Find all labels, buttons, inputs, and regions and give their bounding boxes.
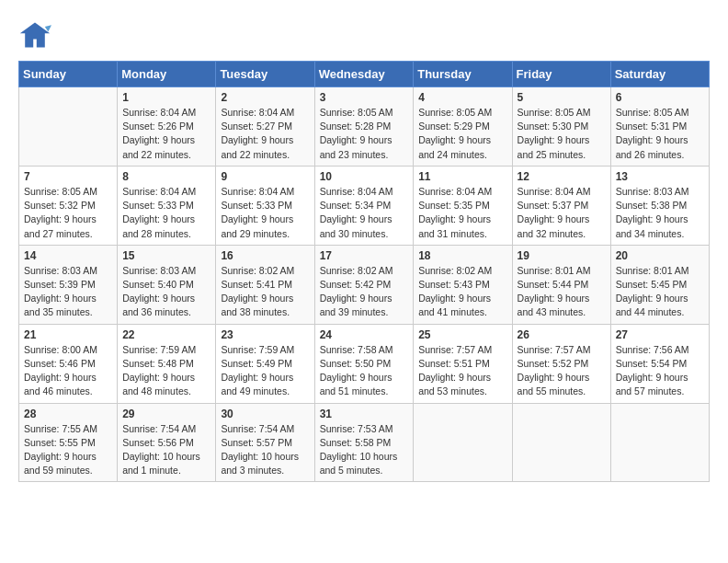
calendar-cell: 12Sunrise: 8:04 AM Sunset: 5:37 PM Dayli… <box>512 166 610 245</box>
calendar-week-1: 1Sunrise: 8:04 AM Sunset: 5:26 PM Daylig… <box>19 87 710 167</box>
day-content: Sunrise: 8:04 AM Sunset: 5:34 PM Dayligh… <box>320 185 409 241</box>
col-header-thursday: Thursday <box>414 62 512 87</box>
calendar-cell: 30Sunrise: 7:54 AM Sunset: 5:57 PM Dayli… <box>216 403 314 482</box>
day-content: Sunrise: 8:03 AM Sunset: 5:39 PM Dayligh… <box>24 264 112 320</box>
col-header-saturday: Saturday <box>610 62 709 87</box>
day-content: Sunrise: 7:54 AM Sunset: 5:57 PM Dayligh… <box>221 422 309 478</box>
day-content: Sunrise: 8:02 AM Sunset: 5:41 PM Dayligh… <box>221 264 309 320</box>
day-content: Sunrise: 7:59 AM Sunset: 5:48 PM Dayligh… <box>122 343 210 399</box>
day-content: Sunrise: 7:57 AM Sunset: 5:52 PM Dayligh… <box>518 343 606 399</box>
calendar-week-3: 14Sunrise: 8:03 AM Sunset: 5:39 PM Dayli… <box>19 245 710 324</box>
col-header-friday: Friday <box>512 62 610 87</box>
calendar-week-4: 21Sunrise: 8:00 AM Sunset: 5:46 PM Dayli… <box>19 324 710 403</box>
day-content: Sunrise: 8:04 AM Sunset: 5:33 PM Dayligh… <box>122 185 210 241</box>
col-header-monday: Monday <box>118 62 216 87</box>
calendar-cell: 16Sunrise: 8:02 AM Sunset: 5:41 PM Dayli… <box>216 245 314 324</box>
calendar-cell: 8Sunrise: 8:04 AM Sunset: 5:33 PM Daylig… <box>118 166 216 245</box>
day-content: Sunrise: 7:54 AM Sunset: 5:56 PM Dayligh… <box>122 422 210 478</box>
calendar-cell <box>610 403 709 482</box>
calendar-cell: 5Sunrise: 8:05 AM Sunset: 5:30 PM Daylig… <box>512 87 610 167</box>
day-content: Sunrise: 8:05 AM Sunset: 5:30 PM Dayligh… <box>518 106 606 162</box>
logo <box>18 18 55 52</box>
calendar-cell: 28Sunrise: 7:55 AM Sunset: 5:55 PM Dayli… <box>19 403 118 482</box>
calendar-cell: 3Sunrise: 8:05 AM Sunset: 5:28 PM Daylig… <box>314 87 414 167</box>
day-number: 7 <box>24 170 112 183</box>
calendar-cell: 4Sunrise: 8:05 AM Sunset: 5:29 PM Daylig… <box>414 87 512 167</box>
day-content: Sunrise: 8:04 AM Sunset: 5:26 PM Dayligh… <box>122 106 210 162</box>
calendar-cell: 24Sunrise: 7:58 AM Sunset: 5:50 PM Dayli… <box>314 324 414 403</box>
day-number: 31 <box>320 408 409 420</box>
day-number: 25 <box>418 328 506 341</box>
day-content: Sunrise: 7:56 AM Sunset: 5:54 PM Dayligh… <box>616 343 704 399</box>
day-number: 19 <box>518 249 606 262</box>
calendar-cell: 31Sunrise: 7:53 AM Sunset: 5:58 PM Dayli… <box>314 403 414 482</box>
day-content: Sunrise: 8:04 AM Sunset: 5:35 PM Dayligh… <box>418 185 506 241</box>
day-number: 4 <box>418 91 506 104</box>
calendar-cell <box>414 403 512 482</box>
calendar-cell: 2Sunrise: 8:04 AM Sunset: 5:27 PM Daylig… <box>216 87 314 167</box>
calendar-cell: 1Sunrise: 8:04 AM Sunset: 5:26 PM Daylig… <box>118 87 216 167</box>
day-number: 2 <box>221 91 309 104</box>
day-number: 9 <box>221 170 309 183</box>
day-number: 1 <box>122 91 210 104</box>
day-number: 28 <box>24 408 112 420</box>
calendar-cell <box>512 403 610 482</box>
day-number: 5 <box>518 91 606 104</box>
day-number: 12 <box>518 170 606 183</box>
day-number: 30 <box>221 408 309 420</box>
day-number: 27 <box>616 328 704 341</box>
day-number: 8 <box>122 170 210 183</box>
day-number: 16 <box>221 249 309 262</box>
calendar-week-2: 7Sunrise: 8:05 AM Sunset: 5:32 PM Daylig… <box>19 166 710 245</box>
calendar-cell <box>19 87 118 167</box>
day-content: Sunrise: 8:05 AM Sunset: 5:31 PM Dayligh… <box>616 106 704 162</box>
day-content: Sunrise: 7:57 AM Sunset: 5:51 PM Dayligh… <box>418 343 506 399</box>
calendar-cell: 7Sunrise: 8:05 AM Sunset: 5:32 PM Daylig… <box>19 166 118 245</box>
day-number: 3 <box>320 91 409 104</box>
calendar-cell: 11Sunrise: 8:04 AM Sunset: 5:35 PM Dayli… <box>414 166 512 245</box>
calendar-cell: 6Sunrise: 8:05 AM Sunset: 5:31 PM Daylig… <box>610 87 709 167</box>
day-number: 29 <box>122 408 210 420</box>
col-header-tuesday: Tuesday <box>216 62 314 87</box>
day-number: 22 <box>122 328 210 341</box>
day-number: 23 <box>221 328 309 341</box>
day-content: Sunrise: 7:55 AM Sunset: 5:55 PM Dayligh… <box>24 422 112 478</box>
day-content: Sunrise: 8:04 AM Sunset: 5:33 PM Dayligh… <box>221 185 309 241</box>
logo-icon <box>18 18 51 52</box>
calendar-table: SundayMondayTuesdayWednesdayThursdayFrid… <box>18 61 710 482</box>
day-number: 18 <box>418 249 506 262</box>
day-content: Sunrise: 8:05 AM Sunset: 5:28 PM Dayligh… <box>320 106 409 162</box>
day-content: Sunrise: 8:01 AM Sunset: 5:45 PM Dayligh… <box>616 264 704 320</box>
calendar-cell: 15Sunrise: 8:03 AM Sunset: 5:40 PM Dayli… <box>118 245 216 324</box>
calendar-cell: 29Sunrise: 7:54 AM Sunset: 5:56 PM Dayli… <box>118 403 216 482</box>
calendar-week-5: 28Sunrise: 7:55 AM Sunset: 5:55 PM Dayli… <box>19 403 710 482</box>
page-header <box>18 18 710 52</box>
day-number: 24 <box>320 328 409 341</box>
day-number: 17 <box>320 249 409 262</box>
day-content: Sunrise: 8:03 AM Sunset: 5:40 PM Dayligh… <box>122 264 210 320</box>
day-number: 26 <box>518 328 606 341</box>
day-number: 6 <box>616 91 704 104</box>
calendar-cell: 20Sunrise: 8:01 AM Sunset: 5:45 PM Dayli… <box>610 245 709 324</box>
calendar-cell: 21Sunrise: 8:00 AM Sunset: 5:46 PM Dayli… <box>19 324 118 403</box>
day-content: Sunrise: 8:01 AM Sunset: 5:44 PM Dayligh… <box>518 264 606 320</box>
day-content: Sunrise: 8:03 AM Sunset: 5:38 PM Dayligh… <box>616 185 704 241</box>
calendar-cell: 17Sunrise: 8:02 AM Sunset: 5:42 PM Dayli… <box>314 245 414 324</box>
day-content: Sunrise: 7:58 AM Sunset: 5:50 PM Dayligh… <box>320 343 409 399</box>
col-header-wednesday: Wednesday <box>314 62 414 87</box>
day-content: Sunrise: 7:59 AM Sunset: 5:49 PM Dayligh… <box>221 343 309 399</box>
svg-marker-0 <box>20 23 50 48</box>
day-number: 13 <box>616 170 704 183</box>
day-number: 11 <box>418 170 506 183</box>
day-content: Sunrise: 8:05 AM Sunset: 5:32 PM Dayligh… <box>24 185 112 241</box>
day-number: 21 <box>24 328 112 341</box>
day-number: 14 <box>24 249 112 262</box>
calendar-cell: 13Sunrise: 8:03 AM Sunset: 5:38 PM Dayli… <box>610 166 709 245</box>
col-header-sunday: Sunday <box>19 62 118 87</box>
calendar-header: SundayMondayTuesdayWednesdayThursdayFrid… <box>19 62 710 87</box>
day-content: Sunrise: 8:02 AM Sunset: 5:43 PM Dayligh… <box>418 264 506 320</box>
calendar-cell: 23Sunrise: 7:59 AM Sunset: 5:49 PM Dayli… <box>216 324 314 403</box>
calendar-cell: 9Sunrise: 8:04 AM Sunset: 5:33 PM Daylig… <box>216 166 314 245</box>
calendar-cell: 14Sunrise: 8:03 AM Sunset: 5:39 PM Dayli… <box>19 245 118 324</box>
calendar-cell: 27Sunrise: 7:56 AM Sunset: 5:54 PM Dayli… <box>610 324 709 403</box>
